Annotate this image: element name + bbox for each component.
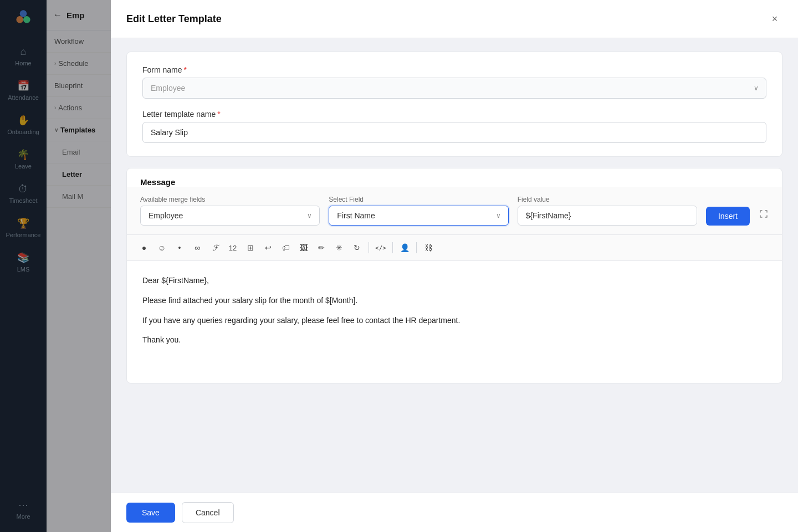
toolbar-separator-1 [369,242,369,253]
select-field-select-wrapper: First Name ∨ [329,206,508,226]
expand-icon[interactable] [759,209,769,221]
form-section: Form name * Employee ∨ Letter template n… [126,52,782,157]
toolbar-bullet-btn[interactable]: ● [136,239,152,256]
modal-body: Form name * Employee ∨ Letter template n… [111,38,798,493]
available-merge-fields-group: Available merge fields Employee ∨ [140,196,320,226]
select-field-group: Select Field First Name ∨ [329,196,508,226]
toolbar-code-btn[interactable]: </> [372,239,389,256]
merge-fields-row: Available merge fields Employee ∨ Select… [127,187,782,235]
editor-line-1: Dear ${FirstName}, [142,274,766,288]
form-name-select[interactable]: Employee [142,78,766,99]
select-field-select[interactable]: First Name [329,206,508,226]
message-section: Message Available merge fields Employee … [126,168,782,383]
modal-title: Edit Letter Template [126,13,222,25]
form-name-group: Form name * Employee ∨ [142,65,766,99]
toolbar-emoji-btn[interactable]: ☺ [154,239,170,256]
toolbar-image-btn[interactable]: 🖼 [295,239,312,256]
required-star-2: * [217,110,220,119]
edit-letter-template-modal: Edit Letter Template × Form name * Emplo… [111,0,798,532]
toolbar-link-btn[interactable]: ∞ [189,239,206,256]
toolbar-dot-btn[interactable]: • [171,239,188,256]
letter-template-name-group: Letter template name * [142,110,766,143]
toolbar-italic-btn[interactable]: ℱ [207,239,223,256]
available-merge-fields-select[interactable]: Employee [140,206,320,226]
field-value-label: Field value [518,196,697,203]
cancel-button[interactable]: Cancel [182,502,234,523]
modal-header: Edit Letter Template × [111,0,798,38]
toolbar-tag-btn[interactable]: 🏷 [278,239,294,256]
editor-line-2: Please find attached your salary slip fo… [142,294,766,308]
modal-close-button[interactable]: × [767,11,782,27]
editor-line-3: If you have any queries regarding your s… [142,314,766,328]
save-button[interactable]: Save [126,503,175,523]
available-merge-fields-select-wrapper: Employee ∨ [140,206,320,226]
select-field-label: Select Field [329,196,508,203]
toolbar-chain-btn[interactable]: ⛓ [420,239,437,256]
toolbar-person-btn[interactable]: 👤 [396,239,413,256]
toolbar-table-btn[interactable]: ⊞ [242,239,259,256]
required-star: * [184,65,187,74]
available-merge-fields-label: Available merge fields [140,196,320,203]
message-label: Message [127,168,782,187]
editor-line-4: Thank you. [142,334,766,347]
modal-footer: Save Cancel [111,493,798,532]
toolbar-fontsize-btn[interactable]: 12 [224,239,241,256]
field-value-input[interactable] [518,206,697,226]
form-name-label: Form name * [142,65,766,74]
toolbar-separator-2 [392,242,393,253]
field-value-group: Field value [518,196,697,226]
form-name-select-wrapper: Employee ∨ [142,78,766,99]
letter-template-name-label: Letter template name * [142,110,766,119]
toolbar-separator-3 [416,242,417,253]
toolbar-sparkle-btn[interactable]: ✳ [331,239,347,256]
toolbar-pencil-btn[interactable]: ✏ [313,239,330,256]
insert-button[interactable]: Insert [706,207,750,226]
editor-content[interactable]: Dear ${FirstName}, Please find attached … [127,261,782,383]
editor-toolbar: ● ☺ • ∞ ℱ 12 ⊞ ↩ 🏷 🖼 ✏ ✳ ↻ </> 👤 ⛓ [127,235,782,261]
toolbar-undo-btn[interactable]: ↩ [260,239,277,256]
toolbar-refresh-btn[interactable]: ↻ [349,239,365,256]
letter-template-name-input[interactable] [142,122,766,143]
